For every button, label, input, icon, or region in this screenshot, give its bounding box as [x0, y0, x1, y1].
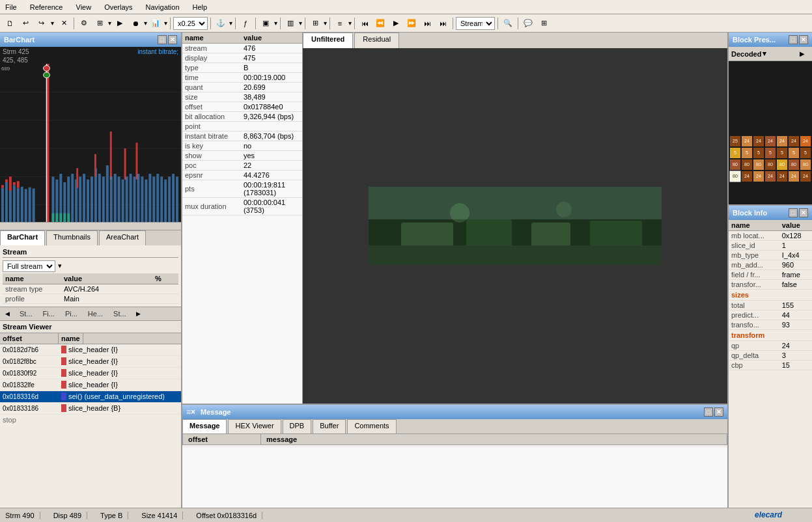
settings-button[interactable]: ⚙: [77, 16, 91, 31]
tab-unfiltered[interactable]: Unfiltered: [303, 33, 353, 48]
bi-row-qpdelta[interactable]: qp_delta 3: [729, 351, 812, 361]
bi-row-mbadd[interactable]: mb_add... 960: [729, 260, 812, 270]
bi-row-transfor[interactable]: transfor... false: [729, 280, 812, 290]
bi-row-qp[interactable]: qp 24: [729, 341, 812, 351]
bi-row-fieldfr[interactable]: field / fr... frame: [729, 270, 812, 280]
sv-row-3[interactable]: 0x01832lfe slice_header {I}: [0, 379, 181, 391]
menu-file[interactable]: File: [3, 2, 20, 12]
close-button[interactable]: ✕: [57, 16, 71, 31]
decoded-dropdown[interactable]: Decoded ▾: [731, 49, 766, 58]
bi-row-transfo2[interactable]: transfo... 93: [729, 320, 812, 330]
grid-button[interactable]: ⊞: [308, 16, 322, 31]
block-info-restore-btn[interactable]: □: [789, 208, 798, 217]
bi-row-predict[interactable]: predict... 44: [729, 310, 812, 320]
nav-end[interactable]: ⏭: [420, 16, 434, 31]
nav-next[interactable]: ⏩: [404, 16, 419, 31]
prop-row-epsnr[interactable]: epsnr 44.4276: [182, 171, 302, 180]
scroll-tab-2[interactable]: Pi...: [60, 309, 83, 319]
chart-hscroll[interactable]: [0, 222, 181, 230]
new-button[interactable]: 🗋: [3, 16, 17, 31]
sv-row-5[interactable]: 0x01833186 slice_header {B}: [0, 403, 181, 415]
msg-tab-dpb[interactable]: DPB: [283, 419, 312, 433]
sv-row-4[interactable]: 0x0183316d sei() (user_data_unregistered…: [0, 391, 181, 403]
menu-navigation[interactable]: Navigation: [143, 2, 182, 12]
bi-row-total[interactable]: total 155: [729, 301, 812, 310]
prop-row-instantbr[interactable]: instant bitrate 8,863,704 (bps): [182, 131, 302, 141]
prop-row-pts[interactable]: pts 00:00:19:811 (1783031): [182, 180, 302, 198]
msg-tab-message[interactable]: Message: [182, 419, 227, 433]
sv-row-0[interactable]: 0x0182d7b6 slice_header {I}: [0, 344, 181, 356]
formula-button[interactable]: ƒ: [238, 16, 253, 31]
record-button[interactable]: ⏺: [128, 16, 143, 31]
prop-row-show[interactable]: show yes: [182, 151, 302, 161]
prop-row-time[interactable]: time 00:00:19.000: [182, 73, 302, 83]
barchart-area[interactable]: Strm 425 instant bitrate; 425, 485 689 0: [0, 47, 181, 222]
prop-row-stream[interactable]: stream 476: [182, 44, 302, 53]
bi-row-cbp[interactable]: cbp 15: [729, 361, 812, 370]
redo-button[interactable]: ↪: [34, 16, 48, 31]
scroll-tab-4[interactable]: St...: [108, 309, 132, 319]
prop-row-type[interactable]: type B: [182, 63, 302, 73]
block-pres-close-btn[interactable]: ✕: [799, 35, 808, 44]
nav-play2[interactable]: ▶: [389, 16, 403, 31]
msg-tab-comments[interactable]: Comments: [347, 419, 396, 433]
tab-barchart[interactable]: BarChart: [0, 230, 45, 245]
search-button[interactable]: 🔍: [501, 16, 515, 31]
tab-thumbnails[interactable]: Thumbnails: [46, 230, 98, 245]
nav-end2[interactable]: ⏭: [436, 16, 450, 31]
bi-row-sliceid[interactable]: slice_id 1: [729, 241, 812, 251]
tab-residual[interactable]: Residual: [354, 33, 399, 48]
scroll-tab-3[interactable]: He...: [83, 309, 108, 319]
barchart-restore-btn[interactable]: □: [158, 35, 167, 44]
svg-text:80: 80: [768, 162, 773, 167]
sv-row-1[interactable]: 0x0182f8bc slice_header {I}: [0, 356, 181, 368]
anchor-button[interactable]: ⚓: [214, 16, 228, 31]
zoom-combo[interactable]: x0.25: [173, 17, 208, 30]
scroll-tab-1[interactable]: Fi...: [38, 309, 60, 319]
stream-row-0[interactable]: stream type AVC/H.264: [3, 284, 178, 294]
prop-row-point[interactable]: point: [182, 122, 302, 131]
bi-row-mblocat[interactable]: mb locat... 0x128: [729, 231, 812, 241]
tab-areachart[interactable]: AreaChart: [99, 230, 146, 245]
comment-button[interactable]: 💬: [521, 16, 535, 31]
undo-button[interactable]: ↩: [18, 16, 33, 31]
msg-tab-hex[interactable]: HEX Viewer: [228, 419, 281, 433]
prop-row-bitalloc[interactable]: bit allocation 9,326,944 (bps): [182, 112, 302, 122]
menu-help[interactable]: Help: [190, 2, 210, 12]
prop-row-quant[interactable]: quant 20.699: [182, 83, 302, 92]
block-info-close-btn[interactable]: ✕: [799, 208, 808, 217]
stream-combo[interactable]: Stream: [456, 17, 495, 30]
more-button[interactable]: ⊞: [537, 16, 551, 31]
scroll-left-btn[interactable]: ◀: [0, 307, 14, 321]
block-pres-restore-btn[interactable]: □: [789, 35, 798, 44]
nav-start[interactable]: ⏮: [357, 16, 372, 31]
nav-prev[interactable]: ⏪: [373, 16, 387, 31]
prop-row-display[interactable]: display 475: [182, 53, 302, 63]
dropdown-arrow[interactable]: ▾: [58, 262, 62, 270]
decoded-expand-btn[interactable]: ▶: [795, 47, 809, 61]
play-button[interactable]: ▶: [113, 16, 127, 31]
chart-button[interactable]: 📊: [148, 16, 163, 31]
prop-row-muxdur[interactable]: mux duration 00:00:00:041 (3753): [182, 198, 302, 215]
scroll-tab-0[interactable]: St...: [14, 309, 38, 319]
menu-reference[interactable]: Reference: [27, 2, 66, 12]
prop-row-poc[interactable]: poc 22: [182, 161, 302, 171]
stream-select[interactable]: Full stream: [3, 260, 55, 272]
menu-view[interactable]: View: [74, 2, 94, 12]
layout-button[interactable]: ⊞: [92, 16, 107, 31]
msg-tab-buffer[interactable]: Buffer: [313, 419, 346, 433]
monitor-button[interactable]: ▣: [259, 16, 273, 31]
prop-row-offset[interactable]: offset 0x017884e0: [182, 102, 302, 112]
stream-row-1[interactable]: profile Main: [3, 294, 178, 303]
prop-row-iskey[interactable]: is key no: [182, 141, 302, 151]
msg-restore-btn[interactable]: □: [704, 407, 713, 417]
msg-close-btn[interactable]: ✕: [714, 407, 723, 417]
col-button[interactable]: ▥: [283, 16, 298, 31]
scroll-right-btn[interactable]: ▶: [132, 307, 146, 321]
sv-row-2[interactable]: 0x01830f92 slice_header {I}: [0, 368, 181, 379]
prop-row-size[interactable]: size 38,489: [182, 92, 302, 102]
measure-button[interactable]: ≡: [333, 16, 347, 31]
barchart-close-btn[interactable]: ✕: [168, 35, 177, 44]
bi-row-mbtype[interactable]: mb_type I_4x4: [729, 251, 812, 260]
menu-overlays[interactable]: Overlays: [102, 2, 135, 12]
